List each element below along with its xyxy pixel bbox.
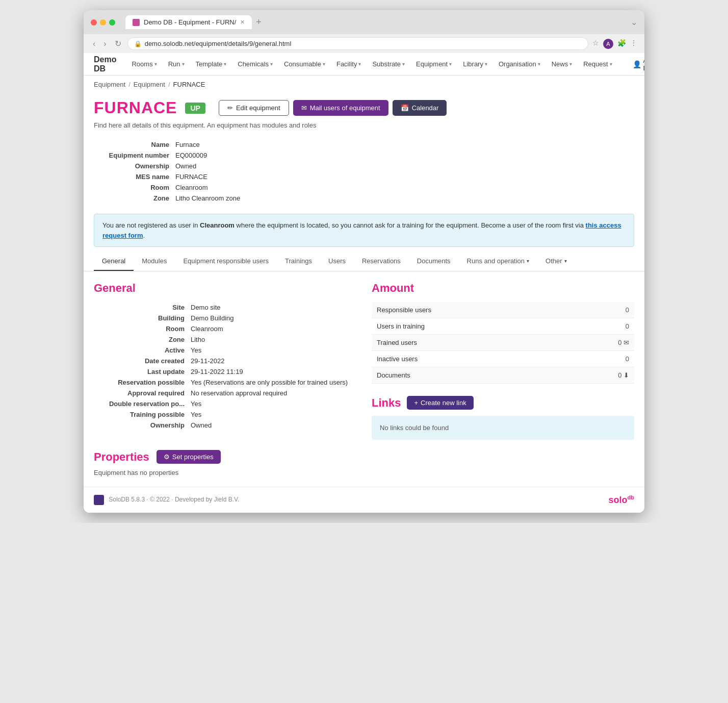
building-value: Demo Building <box>191 314 234 322</box>
tab-documents[interactable]: Documents <box>409 252 459 271</box>
chevron-down-icon: ▾ <box>569 61 572 67</box>
building-label: Building <box>94 314 191 322</box>
window-controls[interactable]: ⌄ <box>631 17 637 27</box>
name-value: Furnace <box>175 141 200 148</box>
nav-item-equipment[interactable]: Equipment ▾ <box>411 58 457 70</box>
url-text: demo.solodb.net/equipment/details/9/gene… <box>145 40 292 47</box>
nav-item-library[interactable]: Library ▾ <box>458 58 492 70</box>
tab-responsible-users[interactable]: Equipment responsible users <box>175 252 277 271</box>
calendar-icon: 📅 <box>401 104 409 112</box>
traffic-lights <box>91 19 115 26</box>
close-button[interactable] <box>91 19 97 26</box>
tab-general[interactable]: General <box>94 252 134 271</box>
equipment-actions: ✏ Edit equipment ✉ Mail users of equipme… <box>219 100 447 116</box>
browser-titlebar: Demo DB - Equipment - FURN/ ✕ + ⌄ <box>84 10 644 34</box>
tab-trainings[interactable]: Trainings <box>277 252 320 271</box>
inactive-users-value: 0 <box>569 351 634 367</box>
nav-item-template[interactable]: Template ▾ <box>191 58 232 70</box>
nav-items: Rooms ▾ Run ▾ Template ▾ Chemicals ▾ Con… <box>126 58 617 70</box>
tab-modules[interactable]: Modules <box>134 252 175 271</box>
minimize-button[interactable] <box>100 19 106 26</box>
url-bar[interactable]: 🔒 demo.solodb.net/equipment/details/9/ge… <box>127 37 588 50</box>
calendar-button[interactable]: 📅 Calendar <box>393 100 447 116</box>
lock-icon: 🔒 <box>134 40 142 47</box>
breadcrumb-equipment[interactable]: Equipment <box>134 81 165 88</box>
extension-icon[interactable]: 🧩 <box>617 39 626 49</box>
properties-header: Properties ⚙ Set properties <box>94 450 634 464</box>
training-possible-label: Training possible <box>94 411 191 418</box>
tab-title: Demo DB - Equipment - FURN/ <box>144 18 236 26</box>
tabs: General Modules Equipment responsible us… <box>84 252 644 271</box>
reload-button[interactable]: ↻ <box>113 38 123 49</box>
table-row: Users in training 0 <box>372 318 634 335</box>
nav-item-news[interactable]: News ▾ <box>547 58 578 70</box>
number-label: Equipment number <box>94 152 175 159</box>
alert-text-after: . <box>143 232 145 239</box>
nav-item-substrate[interactable]: Substrate ▾ <box>367 58 410 70</box>
chevron-down-icon: ▾ <box>564 258 567 264</box>
links-section-title: Links <box>372 396 401 410</box>
active-tab[interactable]: Demo DB - Equipment - FURN/ ✕ <box>125 15 252 29</box>
tab-close-icon[interactable]: ✕ <box>240 19 245 26</box>
documents-label: Documents <box>372 367 569 384</box>
nav-item-rooms[interactable]: Rooms ▾ <box>126 58 162 70</box>
approval-required-label: Approval required <box>94 389 191 397</box>
alert-text-middle: where the equipment is located, so you c… <box>235 221 586 229</box>
nav-item-run[interactable]: Run ▾ <box>163 58 190 70</box>
right-panel: Amount Responsible users 0 Users in trai… <box>372 282 634 440</box>
edit-equipment-button[interactable]: ✏ Edit equipment <box>219 100 289 116</box>
documents-value: 0 ⬇ <box>569 367 634 384</box>
footer-copyright: SoloDB 5.8.3 · © 2022 · Developed by Jie… <box>109 496 239 503</box>
chevron-down-icon: ▾ <box>402 61 405 67</box>
maximize-button[interactable] <box>109 19 115 26</box>
nav-item-organisation[interactable]: Organisation ▾ <box>493 58 545 70</box>
chevron-down-icon: ▾ <box>224 61 226 67</box>
nav-item-chemicals[interactable]: Chemicals ▾ <box>232 58 278 70</box>
table-row: Documents 0 ⬇ <box>372 367 634 384</box>
new-tab-button[interactable]: + <box>256 17 262 28</box>
site-value: Demo site <box>191 304 221 311</box>
room-label-gen: Room <box>94 325 191 333</box>
tab-users[interactable]: Users <box>320 252 354 271</box>
menu-icon[interactable]: ⋮ <box>630 39 637 49</box>
alert-box: You are not registered as user in Cleanr… <box>94 214 634 247</box>
chevron-down-icon: ▾ <box>270 61 273 67</box>
room-label: Room <box>94 184 175 191</box>
number-value: EQ000009 <box>175 152 207 159</box>
user-menu[interactable]: 👤 Admin Demo ▾ <box>628 55 644 74</box>
forward-button[interactable]: › <box>101 38 108 49</box>
general-section-title: General <box>94 282 356 295</box>
tab-other[interactable]: Other ▾ <box>537 252 575 271</box>
tab-favicon <box>133 19 140 26</box>
chevron-down-icon: ▾ <box>182 61 185 67</box>
nav-item-consumable[interactable]: Consumable ▾ <box>279 58 330 70</box>
users-training-label: Users in training <box>372 318 569 335</box>
breadcrumb-equipment-root[interactable]: Equipment <box>94 81 125 88</box>
equipment-status-badge: UP <box>185 103 205 114</box>
create-new-link-button[interactable]: + Create new link <box>407 396 473 410</box>
address-bar: ‹ › ↻ 🔒 demo.solodb.net/equipment/detail… <box>84 34 644 53</box>
set-properties-button[interactable]: ⚙ Set properties <box>157 450 221 464</box>
nav-item-facility[interactable]: Facility ▾ <box>331 58 366 70</box>
gear-icon: ⚙ <box>164 453 170 461</box>
navbar-brand[interactable]: Demo DB <box>94 55 116 73</box>
alert-room-name: Cleanroom <box>200 221 235 229</box>
back-button[interactable]: ‹ <box>91 38 97 49</box>
date-created-value: 29-11-2022 <box>191 357 225 365</box>
responsible-users-value: 0 <box>569 302 634 318</box>
properties-empty-message: Equipment has no properties <box>94 469 634 476</box>
date-created-label: Date created <box>94 357 191 365</box>
bookmark-icon[interactable]: ☆ <box>592 39 599 49</box>
address-actions: ☆ A 🧩 ⋮ <box>592 39 637 49</box>
tab-reservations[interactable]: Reservations <box>354 252 409 271</box>
links-panel: Links + Create new link No links could b… <box>372 396 634 440</box>
nav-item-request[interactable]: Request ▾ <box>578 58 617 70</box>
mail-users-button[interactable]: ✉ Mail users of equipment <box>293 100 388 116</box>
nav-right: 👤 Admin Demo ▾ <box>628 55 644 74</box>
last-update-value: 29-11-2022 11:19 <box>191 368 243 375</box>
active-label: Active <box>94 346 191 354</box>
table-row: Responsible users 0 <box>372 302 634 318</box>
profile-icon[interactable]: A <box>603 39 613 49</box>
tab-runs-operation[interactable]: Runs and operation ▾ <box>459 252 537 271</box>
solodb-icon <box>94 495 104 505</box>
